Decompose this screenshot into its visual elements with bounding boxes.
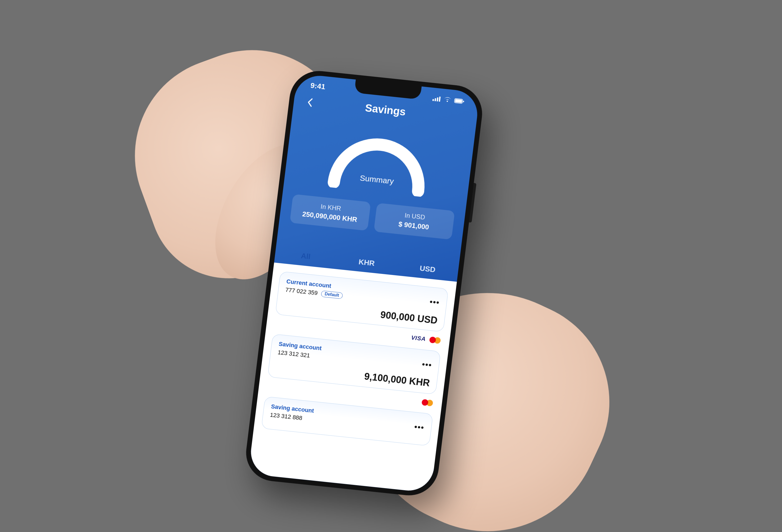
summary-cards: In KHR 250,090,000 KHR In USD $ 901,000 (290, 194, 455, 239)
accounts-sheet: Current account 777 022 359 Default ••• … (248, 263, 457, 493)
svg-rect-5 (455, 99, 462, 103)
status-time: 9:41 (310, 81, 326, 91)
summary-gauge: Summary (320, 126, 438, 198)
summary-card-khr[interactable]: In KHR 250,090,000 KHR (290, 194, 371, 231)
account-more-button[interactable]: ••• (430, 300, 440, 304)
mastercard-icon (429, 336, 441, 344)
mastercard-icon (421, 398, 433, 407)
back-button[interactable] (304, 97, 316, 108)
app-screen: 9:41 (248, 73, 480, 493)
account-number: 123 312 888 (270, 412, 303, 422)
more-icon: ••• (422, 360, 432, 370)
signal-icon (432, 96, 441, 102)
more-icon: ••• (429, 297, 440, 307)
account-number: 777 022 359 (285, 287, 318, 297)
svg-rect-3 (439, 97, 441, 102)
account-more-button[interactable]: ••• (422, 363, 432, 367)
account-number: 123 312 321 (277, 349, 310, 359)
svg-rect-6 (463, 101, 464, 102)
default-badge: Default (321, 290, 343, 299)
phone-mockup: 9:41 (243, 68, 486, 498)
svg-rect-0 (432, 99, 434, 101)
visa-icon: VISA (411, 334, 426, 343)
battery-icon (454, 98, 464, 104)
account-more-button[interactable]: ••• (414, 426, 425, 429)
more-icon: ••• (414, 422, 425, 432)
page-title: Savings (364, 102, 406, 118)
chevron-left-icon (307, 98, 313, 107)
svg-rect-1 (434, 98, 436, 101)
wifi-icon (443, 97, 452, 103)
svg-rect-2 (437, 98, 438, 101)
summary-card-usd[interactable]: In USD $ 901,000 (374, 203, 455, 239)
